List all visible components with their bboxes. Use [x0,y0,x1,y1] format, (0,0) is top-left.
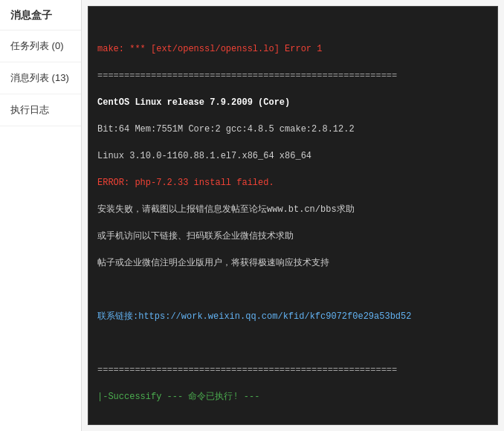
log-line: Linux 3.10.0-1160.88.1.el7.x86_64 x86_64 [97,149,488,163]
sidebar-item-task-list[interactable]: 任务列表 (0) [0,30,81,62]
log-line: Bit:64 Mem:7551M Core:2 gcc:4.8.5 cmake:… [97,123,488,136]
sidebar: 消息盒子 任务列表 (0) 消息列表 (13) 执行日志 [0,0,82,431]
log-line: CentOS Linux release 7.9.2009 (Core) [97,96,488,109]
log-line: 或手机访问以下链接、扫码联系企业微信技术求助 [97,230,488,243]
sidebar-item-exec-log[interactable]: 执行日志 [0,94,81,126]
log-line: 联系链接:https://work.weixin.qq.com/kfid/kfc… [97,310,488,323]
log-line [97,283,488,296]
log-line: ========================================… [97,363,488,377]
log-line: 帖子或企业微信注明企业版用户，将获得极速响应技术支持 [97,256,488,270]
sidebar-item-message-list[interactable]: 消息列表 (13) [0,62,81,94]
log-line: |-Successify --- 命令已执行! --- [97,390,488,404]
log-line [97,16,488,29]
log-line [97,337,488,350]
log-container[interactable]: ssl/evp.h:1346): Since OpenSSL 3.0 [-Wde… [88,6,498,425]
log-line: ========================================… [97,69,488,82]
main-content: ssl/evp.h:1346): Since OpenSSL 3.0 [-Wde… [82,0,504,431]
sidebar-header: 消息盒子 [0,0,81,30]
log-line: make: *** [ext/openssl/openssl.lo] Error… [97,42,488,56]
log-line: ERROR: php-7.2.33 install failed. [97,176,488,189]
log-line: 安装失败，请截图以上报错信息发帖至论坛www.bt.cn/bbs求助 [97,203,488,216]
